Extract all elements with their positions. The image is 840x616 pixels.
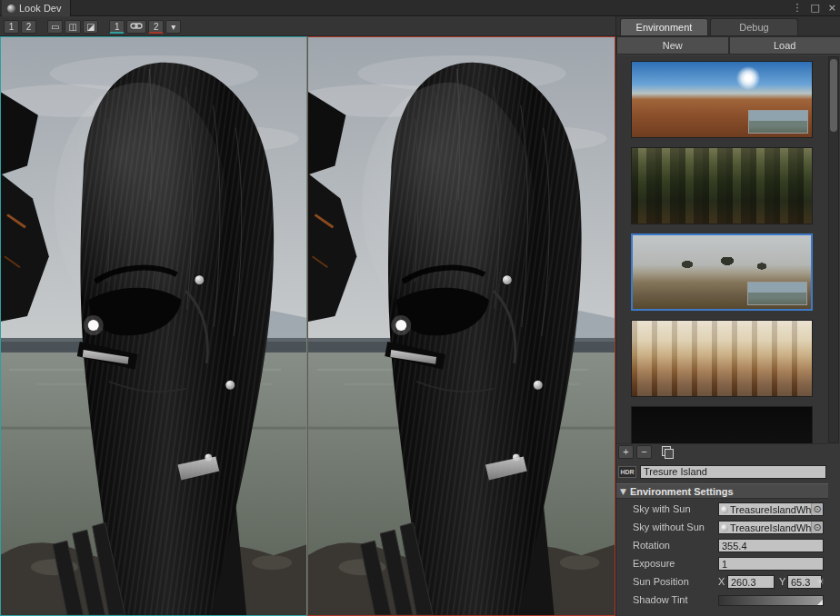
thumb-inset-preview	[748, 110, 808, 134]
hdri-thumb-night-dark[interactable]	[631, 406, 813, 443]
maximize-icon[interactable]: □	[810, 0, 819, 16]
sun-x-input[interactable]	[727, 575, 775, 589]
lookdev-window: Look Dev ⋮ □ × 1 2 ▭ ◫ ◪ 1 2 ▾	[0, 0, 840, 616]
layout-sidebyside-icon[interactable]: ◫	[65, 20, 80, 34]
sun-y-label: Y	[779, 576, 785, 587]
lookdev-window-tab[interactable]: Look Dev	[2, 0, 71, 16]
cubemap-mini-icon	[721, 506, 728, 513]
forest-texture	[632, 148, 812, 224]
window-menu-icon[interactable]: ⋮	[792, 0, 802, 16]
thumbnail-scrollbar[interactable]	[828, 56, 839, 443]
link-views-button[interactable]	[126, 20, 146, 34]
render-view-2[interactable]	[307, 36, 615, 616]
link-icon	[130, 21, 143, 31]
lookdev-toolbar: 1 2 ▭ ◫ ◪ 1 2 ▾	[0, 17, 615, 36]
hdri-thumb-forest[interactable]	[631, 147, 813, 224]
lookdev-viewport	[0, 36, 615, 616]
tab-debug[interactable]: Debug	[710, 18, 798, 35]
toolbar-dropdown-caret-icon[interactable]: ▾	[165, 20, 181, 34]
lookdev-eye-icon	[7, 5, 15, 13]
hdri-thumb-church-interior[interactable]	[631, 320, 813, 397]
view2-badge[interactable]: 2	[148, 20, 164, 34]
shadow-tint-label: Shadow Tint	[633, 594, 688, 605]
hdri-thumb-treasure-island[interactable]	[631, 233, 813, 311]
foldout-arrow-icon[interactable]: ▼	[620, 487, 626, 496]
church-texture	[632, 321, 812, 396]
exposure-input[interactable]	[718, 557, 824, 571]
layout-single-icon[interactable]: ▭	[47, 20, 63, 34]
rotation-input[interactable]	[718, 539, 824, 552]
palm-silhouettes	[633, 257, 811, 276]
load-button[interactable]: Load	[729, 36, 840, 55]
exposure-label: Exposure	[633, 558, 675, 569]
hdr-badge: HDR	[618, 466, 636, 478]
environment-settings-header[interactable]: ▼ Environment Settings	[616, 483, 828, 499]
hdri-list-toolbar: + −	[616, 443, 828, 460]
render-view-1[interactable]	[0, 36, 307, 616]
cubemap-mini-icon	[721, 524, 728, 532]
environment-name-input[interactable]	[640, 465, 826, 479]
sun-position-picker-icon[interactable]: ☀	[814, 575, 827, 589]
title-bar: Look Dev ⋮ □ ×	[0, 0, 840, 16]
environment-panel: Environment Debug New Load	[615, 16, 840, 616]
settings-header-label: Environment Settings	[630, 486, 734, 497]
add-environment-button[interactable]: +	[618, 445, 634, 459]
layout-splitscreen-icon[interactable]: ◪	[83, 20, 98, 34]
two-view-button[interactable]: 2	[21, 20, 36, 34]
sky-with-sun-object-field[interactable]: TreasureIslandWh ⊙	[718, 502, 824, 516]
view1-badge[interactable]: 1	[109, 20, 125, 34]
new-button[interactable]: New	[616, 36, 729, 55]
sky-without-sun-label: Sky without Sun	[633, 522, 705, 532]
sun-x-label: X	[718, 576, 725, 587]
shadow-tint-color-swatch[interactable]	[718, 595, 824, 606]
rotation-label: Rotation	[633, 540, 670, 551]
sun-position-label: Sun Position	[633, 576, 689, 587]
single-view-button[interactable]: 1	[4, 20, 19, 34]
sky-with-sun-label: Sky with Sun	[633, 503, 691, 514]
sun-glow	[736, 66, 760, 90]
scrollbar-thumb[interactable]	[830, 59, 837, 132]
duplicate-environment-icon[interactable]	[660, 445, 675, 459]
color-picker-corner-icon	[817, 600, 823, 605]
sky-without-sun-object-field[interactable]: TreasureIslandWh ⊙	[718, 521, 824, 534]
remove-environment-button[interactable]: −	[636, 445, 652, 459]
hdri-thumbnail-list	[616, 56, 828, 443]
hdri-thumb-desert-sun[interactable]	[631, 61, 813, 138]
panel-tab-strip: Environment Debug	[616, 16, 840, 36]
close-icon[interactable]: ×	[828, 0, 836, 16]
thumb-inset-preview	[747, 282, 807, 305]
tab-environment[interactable]: Environment	[620, 18, 708, 35]
object-picker-icon[interactable]: ⊙	[811, 522, 823, 533]
object-picker-icon[interactable]: ⊙	[811, 503, 823, 515]
window-title: Look Dev	[19, 3, 61, 14]
